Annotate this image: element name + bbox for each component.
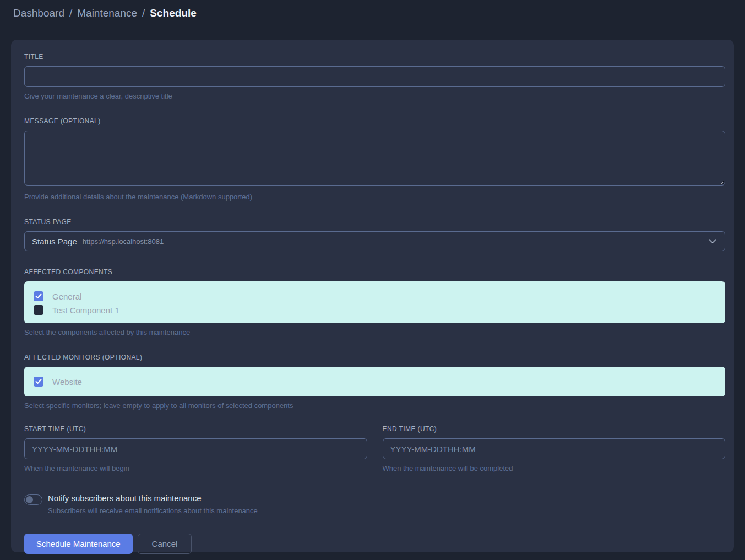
affected-components-panel: General Test Component 1 [24, 281, 725, 323]
status-page-selected-name: Status Page [32, 237, 77, 246]
affected-monitors-group: AFFECTED MONITORS (OPTIONAL) Website Sel… [24, 354, 725, 410]
check-icon [35, 293, 42, 299]
page-title: Schedule [150, 7, 196, 19]
notify-helper: Subscribers will receive email notificat… [48, 507, 258, 515]
start-time-group: START TIME (UTC) When the maintenance wi… [24, 425, 367, 472]
schedule-maintenance-button[interactable]: Schedule Maintenance [24, 534, 133, 554]
title-group: TITLE Give your maintenance a clear, des… [24, 53, 725, 100]
end-time-label: END TIME (UTC) [383, 425, 726, 433]
message-label: MESSAGE (OPTIONAL) [24, 117, 725, 125]
affected-monitors-panel: Website [24, 367, 725, 396]
breadcrumb-maintenance[interactable]: Maintenance [77, 7, 137, 19]
notify-label[interactable]: Notify subscribers about this maintenanc… [48, 493, 258, 503]
check-icon [35, 379, 42, 384]
monitor-option-website[interactable]: Website [34, 375, 716, 388]
affected-monitors-helper: Select specific monitors; leave empty to… [24, 401, 725, 410]
status-page-group: STATUS PAGE Status Page https://hsp.loca… [24, 218, 725, 251]
breadcrumb-separator: / [69, 7, 72, 19]
monitor-option-label: Website [52, 377, 82, 387]
component-option-general[interactable]: General [34, 290, 716, 303]
top-bar: Dashboard / Maintenance / Schedule [0, 0, 745, 26]
start-time-label: START TIME (UTC) [24, 425, 367, 433]
end-time-group: END TIME (UTC) When the maintenance will… [383, 425, 726, 472]
end-time-input[interactable] [383, 438, 726, 459]
form-actions: Schedule Maintenance Cancel [24, 534, 725, 554]
schedule-maintenance-form-card: TITLE Give your maintenance a clear, des… [11, 40, 734, 552]
start-time-helper: When the maintenance will begin [24, 464, 367, 472]
notify-toggle[interactable] [24, 494, 42, 505]
message-textarea[interactable] [24, 131, 725, 186]
cancel-button[interactable]: Cancel [138, 534, 192, 554]
affected-components-label: AFFECTED COMPONENTS [24, 268, 725, 276]
checkbox-test-component-1[interactable] [34, 305, 43, 315]
breadcrumb-dashboard[interactable]: Dashboard [13, 7, 64, 19]
start-time-input[interactable] [24, 438, 367, 459]
status-page-select[interactable]: Status Page https://hsp.localhost:8081 [24, 231, 725, 251]
status-page-label: STATUS PAGE [24, 218, 725, 226]
message-group: MESSAGE (OPTIONAL) Provide additional de… [24, 117, 725, 201]
chevron-down-icon [709, 239, 716, 243]
checkbox-general[interactable] [34, 291, 43, 301]
affected-monitors-label: AFFECTED MONITORS (OPTIONAL) [24, 354, 725, 361]
checkbox-website[interactable] [34, 377, 43, 387]
status-page-selected-url: https://hsp.localhost:8081 [83, 237, 164, 246]
affected-components-helper: Select the components affected by this m… [24, 328, 725, 336]
title-input[interactable] [24, 66, 725, 87]
end-time-helper: When the maintenance will be completed [383, 464, 726, 472]
notify-texts: Notify subscribers about this maintenanc… [48, 493, 258, 515]
component-option-label: General [52, 292, 81, 301]
component-option-label: Test Component 1 [52, 306, 119, 315]
title-helper: Give your maintenance a clear, descripti… [24, 92, 725, 100]
breadcrumb-separator: / [142, 7, 145, 19]
message-helper: Provide additional details about the mai… [24, 193, 725, 201]
time-row: START TIME (UTC) When the maintenance wi… [24, 425, 725, 472]
component-option-test-component-1[interactable]: Test Component 1 [34, 303, 716, 317]
title-label: TITLE [24, 53, 725, 61]
affected-components-group: AFFECTED COMPONENTS General Test Compone… [24, 268, 725, 336]
toggle-knob-icon [26, 496, 33, 503]
breadcrumb: Dashboard / Maintenance / Schedule [13, 7, 197, 19]
notify-toggle-row: Notify subscribers about this maintenanc… [24, 493, 725, 515]
